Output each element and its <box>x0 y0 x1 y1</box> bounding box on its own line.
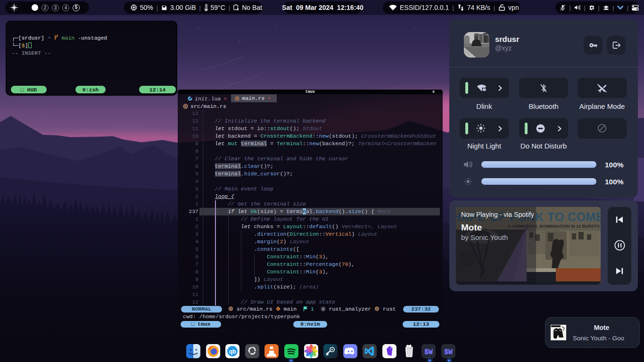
svg-text:$W: $W <box>424 348 433 356</box>
svg-text:$W: $W <box>444 348 453 356</box>
svg-text:qb: qb <box>229 348 236 355</box>
